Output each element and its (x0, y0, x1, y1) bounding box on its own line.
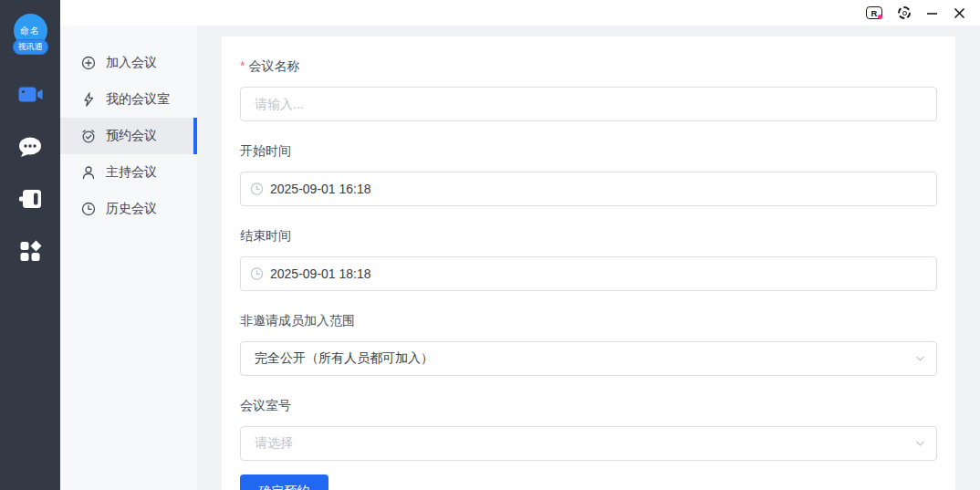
circle-plus-icon (81, 56, 96, 70)
nav-item-join-meeting[interactable]: 加入会议 (60, 45, 197, 81)
recording-indicator-icon[interactable]: R (866, 6, 882, 19)
meeting-nav-sidebar: 加入会议 我的会议室 预约会议 (60, 26, 197, 490)
field-room-number: 会议室号 请选择 (240, 398, 937, 461)
end-time-value: 2025-09-01 18:18 (270, 266, 371, 281)
main-area: R (60, 0, 980, 490)
nav-item-history-meeting[interactable]: 历史会议 (60, 191, 197, 227)
room-number-placeholder: 请选择 (255, 435, 293, 452)
chevron-down-icon (914, 353, 926, 365)
nav-item-label: 预约会议 (106, 128, 157, 144)
field-meeting-name: *会议名称 (240, 58, 937, 121)
app-window: 命名 视讯通 (0, 0, 980, 490)
end-time-picker[interactable]: 2025-09-01 18:18 (240, 256, 937, 291)
app-badge: 视讯通 (13, 39, 48, 55)
field-label: 会议室号 (240, 398, 937, 414)
field-join-scope: 非邀请成员加入范围 完全公开（所有人员都可加入） (240, 313, 937, 376)
field-start-time: 开始时间 2025-09-01 16:18 (240, 143, 937, 206)
content-background: *会议名称 开始时间 2025-09-01 16:18 (197, 26, 980, 490)
user-avatar[interactable]: 命名 视讯通 (5, 14, 56, 55)
primary-sidebar: 命名 视讯通 (0, 0, 60, 490)
nav-item-label: 主持会议 (106, 164, 157, 181)
meeting-name-input[interactable] (241, 88, 936, 120)
nav-item-my-meeting-room[interactable]: 我的会议室 (60, 81, 197, 118)
nav-item-label: 历史会议 (106, 201, 157, 217)
recording-letter: R (871, 8, 878, 18)
user-icon (81, 165, 96, 180)
field-label: 结束时间 (240, 228, 937, 245)
close-icon[interactable] (954, 7, 965, 19)
field-label: *会议名称 (240, 58, 937, 75)
video-camera-icon[interactable] (18, 83, 43, 107)
minimize-icon[interactable] (926, 7, 938, 19)
chevron-down-icon (914, 438, 926, 450)
clock-icon (250, 267, 264, 281)
start-time-picker[interactable]: 2025-09-01 16:18 (240, 172, 937, 206)
alarm-clock-check-icon (81, 129, 96, 143)
field-label: 开始时间 (240, 143, 937, 160)
meeting-room-icon[interactable] (19, 187, 42, 211)
room-number-select[interactable]: 请选择 (240, 426, 937, 461)
notification-dot (878, 15, 882, 19)
schedule-meeting-form: *会议名称 开始时间 2025-09-01 16:18 (222, 36, 955, 490)
field-label: 非邀请成员加入范围 (240, 313, 937, 329)
required-asterisk: * (240, 58, 245, 73)
start-time-value: 2025-09-01 16:18 (270, 182, 371, 196)
lightning-icon (81, 92, 96, 107)
clock-icon (81, 202, 96, 216)
nav-item-host-meeting[interactable]: 主持会议 (60, 154, 197, 191)
window-titlebar: R (60, 0, 980, 26)
confirm-reservation-button[interactable]: 确定预约 (240, 474, 328, 490)
clock-icon (250, 182, 264, 196)
nav-item-label: 我的会议室 (106, 91, 170, 108)
nav-item-schedule-meeting[interactable]: 预约会议 (60, 118, 197, 154)
chat-bubble-icon[interactable] (18, 135, 42, 159)
join-scope-value: 完全公开（所有人员都可加入） (255, 350, 433, 367)
join-scope-select[interactable]: 完全公开（所有人员都可加入） (240, 341, 937, 376)
nav-item-label: 加入会议 (106, 55, 157, 71)
settings-gear-icon[interactable] (898, 6, 911, 19)
apps-grid-icon[interactable] (19, 239, 42, 263)
field-end-time: 结束时间 2025-09-01 18:18 (240, 228, 937, 291)
